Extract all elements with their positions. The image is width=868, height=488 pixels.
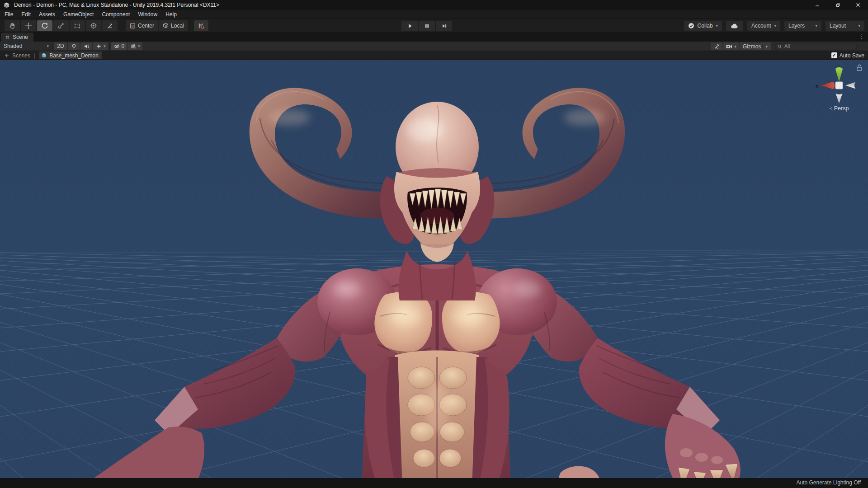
tab-options-kebab-icon[interactable]: ⋮ xyxy=(859,33,864,40)
restore-icon xyxy=(835,2,840,8)
rotate-tool-button[interactable] xyxy=(37,20,52,31)
eye-slash-icon xyxy=(113,43,120,50)
divider xyxy=(52,43,53,50)
pivot-label: Center xyxy=(138,23,154,29)
axis-x-cone[interactable] xyxy=(821,82,835,89)
close-icon xyxy=(855,2,861,8)
chevron-down-icon: ▾ xyxy=(734,44,736,49)
axis-center-cube[interactable] xyxy=(835,82,843,89)
gizmos-dropdown[interactable]: Gizmos ▾ xyxy=(740,42,771,50)
axis-y-cone[interactable] xyxy=(835,67,843,82)
menu-file[interactable]: File xyxy=(0,10,17,19)
tab-scene[interactable]: Scene xyxy=(1,33,33,42)
wrench-icon xyxy=(713,43,720,50)
minimize-icon xyxy=(815,2,820,8)
scene-camera-dropdown[interactable]: ▾ xyxy=(723,42,739,50)
menu-edit[interactable]: Edit xyxy=(17,10,35,19)
auto-save-checkbox[interactable]: ✓ xyxy=(831,52,837,58)
menu-gameobject[interactable]: GameObject xyxy=(59,10,98,19)
pivot-icon xyxy=(129,22,136,29)
chevron-down-icon: ▾ xyxy=(858,23,860,28)
cloud-button[interactable] xyxy=(726,21,743,31)
check-icon: ✓ xyxy=(832,53,836,58)
scene-viewport[interactable]: y x ≤Persp Auto Generate Lighting Off xyxy=(0,60,868,488)
account-dropdown[interactable]: Account ▾ xyxy=(747,21,780,31)
move-tool-button[interactable] xyxy=(21,20,36,31)
space-toggle-button[interactable]: Local xyxy=(159,20,188,31)
scene-effects-dropdown[interactable]: ▾ xyxy=(93,42,108,50)
scene-audio-button[interactable] xyxy=(80,42,92,50)
breadcrumb-scenes[interactable]: Scenes xyxy=(4,52,30,59)
axis-bottom-cone[interactable] xyxy=(835,93,843,103)
layout-label: Layout xyxy=(830,23,846,29)
back-arrow-icon xyxy=(4,52,10,59)
chevron-down-icon: ▾ xyxy=(762,44,768,49)
cloud-icon xyxy=(730,23,739,29)
svg-text:Y: Y xyxy=(134,46,136,49)
grid-visibility-dropdown[interactable]: Y ▾ xyxy=(127,42,142,50)
persp-glyph-icon: ≤ xyxy=(830,106,832,111)
breadcrumb-current-label: Base_mesh_Demon xyxy=(49,52,99,59)
grid-snap-button[interactable] xyxy=(194,20,208,31)
auto-save-label: Auto Save xyxy=(840,52,864,59)
chevron-down-icon: ▾ xyxy=(774,23,776,28)
chevron-down-icon: ▾ xyxy=(47,44,49,48)
scene-search-input[interactable] xyxy=(775,43,857,50)
step-button[interactable] xyxy=(436,21,452,31)
demon-model[interactable] xyxy=(0,60,868,488)
pause-button[interactable] xyxy=(419,21,435,31)
prefab-cube-icon xyxy=(41,52,47,59)
2d-toggle-button[interactable]: 2D xyxy=(54,42,67,50)
restore-button[interactable] xyxy=(827,0,848,10)
lighting-status-text: Auto Generate Lighting Off xyxy=(796,479,861,486)
menu-assets[interactable]: Assets xyxy=(35,10,59,19)
breadcrumb-root-label: Scenes xyxy=(12,52,30,59)
menu-help[interactable]: Help xyxy=(161,10,181,19)
play-button[interactable] xyxy=(401,21,418,31)
projection-label: Persp xyxy=(834,105,849,112)
lighting-status-bar: Auto Generate Lighting Off xyxy=(0,478,868,488)
camera-icon xyxy=(726,43,733,50)
layers-dropdown[interactable]: Layers ▾ xyxy=(784,21,821,31)
collab-check-icon xyxy=(688,23,694,29)
lightbulb-icon xyxy=(71,43,77,50)
unity-editor-window: Demon - Demon - PC, Mac & Linux Standalo… xyxy=(0,0,868,488)
orientation-gizmo[interactable]: y x xyxy=(812,62,866,107)
minimize-button[interactable] xyxy=(807,0,827,10)
chevron-down-icon: ▾ xyxy=(815,23,817,28)
divider xyxy=(109,43,110,50)
breadcrumb-separator: | xyxy=(34,52,35,59)
axis-right-cone[interactable] xyxy=(845,82,856,89)
menu-component[interactable]: Component xyxy=(98,10,134,19)
menu-bar: File Edit Assets GameObject Component Wi… xyxy=(0,10,868,19)
lock-icon[interactable] xyxy=(857,65,862,71)
scene-view-tools-button[interactable] xyxy=(711,42,722,50)
step-icon xyxy=(441,23,448,29)
auto-save-toggle[interactable]: ✓ Auto Save xyxy=(831,52,864,59)
transform-tool-button[interactable] xyxy=(86,20,101,31)
hidden-objects-button[interactable]: 0 xyxy=(111,42,127,50)
pivot-toggle-button[interactable]: Center xyxy=(126,20,158,31)
pause-icon xyxy=(424,23,430,29)
grid-axis-icon: Y xyxy=(130,43,137,50)
unity-logo-icon xyxy=(3,2,10,9)
layout-dropdown[interactable]: Layout ▾ xyxy=(826,21,864,31)
scene-lighting-button[interactable] xyxy=(68,42,80,50)
breadcrumb-bar: Scenes | Base_mesh_Demon ✓ Auto Save xyxy=(0,51,868,60)
shading-mode-dropdown[interactable]: Shaded ▾ xyxy=(0,42,52,51)
chevron-down-icon: ▾ xyxy=(104,44,106,48)
menu-window[interactable]: Window xyxy=(134,10,161,19)
rect-tool-button[interactable] xyxy=(70,20,85,31)
breadcrumb-current-item[interactable]: Base_mesh_Demon xyxy=(39,52,102,59)
chevron-down-icon: ▾ xyxy=(716,23,718,28)
rect-tool-icon xyxy=(74,22,81,29)
scale-tool-button[interactable] xyxy=(53,20,69,31)
close-button[interactable] xyxy=(848,0,868,10)
2d-label: 2D xyxy=(57,43,64,49)
scene-view-toolbar: Shaded ▾ 2D ▾ xyxy=(0,42,868,51)
projection-toggle[interactable]: ≤Persp xyxy=(813,105,865,112)
collab-button[interactable]: Collab ▾ xyxy=(684,21,722,31)
window-title: Demon - Demon - PC, Mac & Linux Standalo… xyxy=(14,2,219,8)
custom-tools-button[interactable] xyxy=(102,20,118,31)
hand-tool-button[interactable] xyxy=(5,20,20,31)
